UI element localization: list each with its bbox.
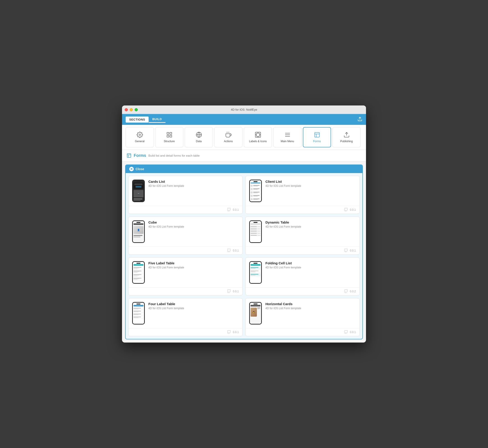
forms-panel: ✕ Close 📷 Cards List 4D for iOS List For… [125, 165, 363, 339]
phone-preview-dynamic-table [249, 220, 262, 243]
card-client-list[interactable]: Client List 4D for iOS List Form templat… [245, 176, 360, 214]
top-nav: SECTIONS BUILD [122, 114, 366, 125]
nav-structure[interactable]: Structure [155, 127, 183, 147]
cards-grid: 📷 Cards List 4D for iOS List Form templa… [126, 173, 362, 339]
nav-publishing[interactable]: Publishing [332, 127, 361, 147]
main-menu-icon [284, 132, 291, 138]
main-menu-label: Main Menu [281, 140, 294, 143]
publishing-icon [343, 132, 350, 138]
forms-section-icon [127, 153, 131, 158]
svg-point-1 [139, 134, 140, 136]
phone-preview-folding-cell-list [249, 261, 262, 284]
card-subtitle-folding-cell-list: 4D for iOS List Form template [265, 266, 356, 269]
labels-icons-label: Labels & Icons [249, 140, 267, 143]
upload-button[interactable] [358, 117, 362, 123]
forms-icon [314, 132, 320, 138]
structure-icon [166, 132, 172, 138]
svg-rect-12 [256, 133, 260, 136]
github-icon [227, 208, 231, 212]
nav-labels-icons[interactable]: Labels & Icons [244, 127, 272, 147]
phone-preview-five-label-table [132, 261, 145, 284]
minimize-button[interactable] [130, 108, 133, 111]
svg-rect-4 [167, 135, 169, 137]
github-icon [227, 248, 231, 253]
card-version-cards-list: 0.0.1 [233, 208, 239, 211]
card-horizontal-cards[interactable]: 👩 Horizontal Cards 4D for iOS List Form … [245, 298, 360, 336]
phone-preview-cube: 👤 [132, 220, 145, 243]
card-title-cards-list: Cards List [148, 180, 239, 184]
icon-grid: General Structure Data [122, 125, 366, 150]
actions-label: Actions [224, 140, 233, 143]
actions-icon [225, 132, 232, 138]
card-title-five-label-table: Five Label Table [148, 261, 239, 265]
card-version-dynamic-table: 0.0.1 [350, 249, 356, 252]
data-icon [196, 132, 202, 138]
card-subtitle-horizontal-cards: 4D for iOS List Form template [265, 307, 356, 310]
traffic-lights [125, 108, 138, 111]
github-icon [344, 289, 348, 293]
github-icon [227, 289, 231, 293]
build-tab[interactable]: BUILD [149, 116, 165, 123]
card-title-horizontal-cards: Horizontal Cards [265, 302, 356, 306]
card-title-cube: Cube [148, 220, 239, 224]
sections-tab[interactable]: SECTIONS [126, 117, 149, 123]
structure-label: Structure [164, 140, 175, 143]
publishing-label: Publishing [340, 140, 353, 143]
panel-header: ✕ Close [126, 165, 362, 173]
maximize-button[interactable] [135, 108, 138, 111]
nav-data[interactable]: Data [185, 127, 213, 147]
card-version-cube: 0.0.1 [233, 249, 239, 252]
data-label: Data [196, 140, 202, 143]
phone-preview-horizontal-cards: 👩 [249, 302, 262, 325]
svg-rect-24 [127, 154, 131, 158]
window-title: 4D for iOS: NotifEye [231, 108, 257, 111]
svg-rect-3 [170, 133, 172, 134]
card-subtitle-dynamic-table: 4D for iOS List Form template [265, 225, 356, 228]
close-button[interactable] [125, 108, 128, 111]
card-subtitle-five-label-table: 4D for iOS List Form template [148, 266, 239, 269]
card-title-four-label-table: Four Label Table [148, 302, 239, 306]
card-cube[interactable]: 👤 Cube 4D for iOS List Form template 0.0… [128, 216, 243, 255]
forms-label: Forms [313, 140, 321, 143]
nav-forms[interactable]: Forms [303, 127, 331, 147]
card-title-dynamic-table: Dynamic Table [265, 220, 356, 224]
panel-close-button[interactable]: ✕ [129, 167, 134, 171]
phone-preview-four-label-table [132, 302, 145, 325]
card-version-four-label-table: 0.0.1 [233, 331, 239, 334]
card-version-client-list: 0.0.1 [350, 208, 356, 211]
card-cards-list[interactable]: 📷 Cards List 4D for iOS List Form templa… [128, 176, 243, 214]
gear-icon [137, 132, 143, 138]
card-folding-cell-list[interactable]: Folding Cell List 4D for iOS List Form t… [245, 257, 360, 296]
general-label: General [135, 140, 145, 143]
section-header: Forms Build list and detail forms for ea… [122, 150, 366, 161]
card-subtitle-cards-list: 4D for iOS List Form template [148, 184, 239, 187]
github-icon [344, 248, 348, 253]
main-window: 4D for iOS: NotifEye SECTIONS BUILD Gene… [122, 105, 366, 343]
title-bar: 4D for iOS: NotifEye [122, 105, 366, 114]
section-description: Build list and detail forms for each tab… [148, 154, 200, 157]
nav-actions[interactable]: Actions [214, 127, 242, 147]
card-title-folding-cell-list: Folding Cell List [265, 261, 356, 265]
card-title-client-list: Client List [265, 180, 356, 184]
card-version-horizontal-cards: 0.0.1 [350, 331, 356, 334]
github-icon [344, 330, 348, 334]
nav-general[interactable]: General [126, 127, 154, 147]
svg-rect-20 [315, 133, 319, 137]
card-five-label-table[interactable]: Five Label Table 4D for iOS List Form te… [128, 257, 243, 296]
card-version-folding-cell-list: 0.0.2 [350, 290, 356, 293]
labels-icons-icon [255, 132, 261, 138]
card-subtitle-client-list: 4D for iOS List Form template [265, 184, 356, 187]
section-title: Forms [134, 153, 146, 158]
phone-preview-client-list [249, 180, 262, 202]
github-icon [344, 208, 348, 212]
github-icon [227, 330, 231, 334]
nav-main-menu[interactable]: Main Menu [273, 127, 301, 147]
card-subtitle-four-label-table: 4D for iOS List Form template [148, 307, 239, 310]
card-dynamic-table[interactable]: Dynamic Table 4D for iOS List Form templ… [245, 216, 360, 255]
card-four-label-table[interactable]: Four Label Table 4D for iOS List Form te… [128, 298, 243, 336]
card-version-five-label-table: 0.0.1 [233, 290, 239, 293]
svg-rect-2 [167, 133, 169, 134]
panel-close-label: Close [136, 167, 144, 171]
phone-preview-cards-list: 📷 [132, 180, 145, 202]
svg-rect-5 [170, 135, 172, 137]
